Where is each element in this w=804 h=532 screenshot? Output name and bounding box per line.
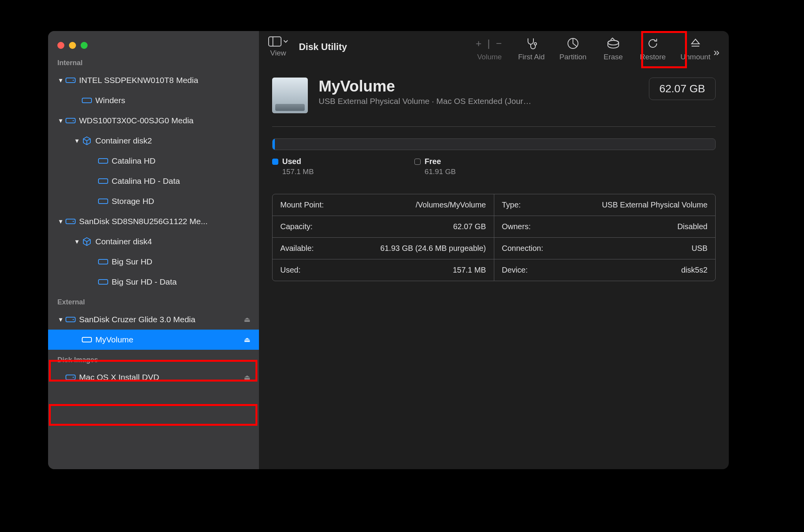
info-value: USB External Physical Volume [602, 200, 707, 209]
diskimage-label: Mac OS X Install DVD [77, 373, 159, 382]
volume-item[interactable]: Winders [48, 90, 259, 111]
section-internal: Internal [48, 53, 259, 70]
app-title: Disk Utility [299, 41, 347, 52]
info-key: Owners: [502, 222, 531, 231]
eject-icon[interactable]: ⏏ [244, 335, 250, 344]
disk-icon [64, 373, 77, 381]
usage-bar [272, 138, 716, 150]
restore-label: Restore [640, 53, 666, 61]
disk-icon [64, 316, 77, 323]
chevron-down-icon [283, 40, 288, 43]
disk-item[interactable]: SanDisk Cruzer Glide 3.0 Media ⏏ [48, 309, 259, 330]
svg-point-12 [534, 43, 537, 45]
disk-label: INTEL SSDPEKNW010T8 Media [77, 76, 198, 85]
pie-icon [567, 36, 579, 50]
svg-point-5 [72, 221, 74, 222]
info-row: Mount Point:/Volumes/MyVolume [273, 194, 494, 216]
volume-item[interactable]: Catalina HD - Data [48, 171, 259, 191]
chevron-down-icon[interactable] [73, 136, 81, 145]
info-key: Capacity: [280, 222, 312, 231]
volume-item[interactable]: Big Sur HD - Data [48, 272, 259, 292]
volume-button: + | − Volume [476, 36, 504, 61]
info-col-right: Type:USB External Physical Volume Owners… [494, 194, 716, 281]
disk-icon [64, 76, 77, 84]
unmount-button[interactable]: Unmount [680, 36, 710, 61]
chevron-down-icon[interactable] [57, 315, 64, 324]
disk-label: SanDisk Cruzer Glide 3.0 Media [77, 315, 195, 324]
info-table: Mount Point:/Volumes/MyVolume Capacity:6… [272, 194, 716, 281]
info-row: Type:USB External Physical Volume [494, 194, 716, 216]
more-icon[interactable]: » [713, 46, 719, 59]
disk-label: WDS100T3X0C-00SJG0 Media [77, 116, 193, 125]
container-icon [81, 136, 93, 145]
sidebar: Internal INTEL SSDPEKNW010T8 Media Winde… [48, 31, 259, 469]
section-diskimages: Disk Images [48, 350, 259, 367]
volume-item-myvolume[interactable]: MyVolume ⏏ [48, 330, 259, 350]
volume-icon [81, 336, 93, 344]
maximize-button[interactable] [81, 42, 88, 49]
swatch-free [414, 159, 421, 165]
eject-icon[interactable]: ⏏ [244, 373, 250, 382]
chevron-down-icon[interactable] [57, 217, 64, 226]
volume-item[interactable]: Storage HD [48, 191, 259, 211]
svg-point-14 [608, 40, 619, 45]
svg-point-9 [72, 377, 74, 378]
info-key: Device: [502, 266, 528, 275]
eject-icon[interactable]: ⏏ [244, 315, 250, 324]
disk-icon [64, 117, 77, 124]
close-button[interactable] [57, 42, 64, 49]
disk-label: SanDisk SD8SN8U256G1122 Me... [77, 217, 208, 226]
container-item[interactable]: Container disk4 [48, 231, 259, 252]
info-key: Available: [280, 244, 314, 253]
chevron-down-icon[interactable] [57, 116, 64, 125]
volume-icon [97, 177, 109, 185]
partition-button[interactable]: Partition [559, 36, 587, 61]
volume-label: MyVolume [93, 335, 133, 344]
chevron-down-icon[interactable] [73, 237, 81, 246]
info-value: USB [692, 244, 707, 253]
info-row: Capacity:62.07 GB [273, 216, 494, 237]
disk-item[interactable]: SanDisk SD8SN8U256G1122 Me... [48, 211, 259, 231]
info-row: Available:61.93 GB (24.6 MB purgeable) [273, 237, 494, 259]
info-row: Device:disk5s2 [494, 259, 716, 281]
info-value: 62.07 GB [453, 222, 486, 231]
info-value: disk5s2 [681, 266, 707, 275]
swatch-used [272, 159, 278, 165]
free-label: Free [424, 157, 441, 166]
erase-button[interactable]: Erase [601, 36, 625, 61]
restore-button[interactable]: Restore [640, 36, 666, 61]
window-controls [48, 36, 259, 53]
svg-rect-10 [269, 37, 281, 46]
volume-item[interactable]: Catalina HD [48, 151, 259, 171]
legend-used: Used 157.1 MB [272, 157, 314, 176]
info-value: 157.1 MB [453, 266, 486, 275]
volume-label: Big Sur HD - Data [109, 277, 177, 287]
volume-label: Winders [93, 96, 125, 105]
first-aid-button[interactable]: First Aid [518, 36, 545, 61]
main-content: View Disk Utility + | − Volume First Aid [259, 31, 729, 469]
info-value: 61.93 GB (24.6 MB purgeable) [380, 244, 486, 253]
disk-icon [64, 218, 77, 225]
container-item[interactable]: Container disk2 [48, 131, 259, 151]
stethoscope-icon [525, 36, 538, 50]
view-button[interactable]: View [268, 36, 288, 57]
disk-item[interactable]: WDS100T3X0C-00SJG0 Media [48, 111, 259, 131]
legend-free: Free 61.91 GB [414, 157, 455, 176]
volume-icon [81, 97, 93, 104]
volume-label: Big Sur HD [109, 257, 152, 266]
info-key: Mount Point: [280, 200, 324, 209]
volume-item[interactable]: Big Sur HD [48, 252, 259, 272]
tree-external: SanDisk Cruzer Glide 3.0 Media ⏏ MyVolum… [48, 309, 259, 350]
volume-icon [97, 197, 109, 205]
info-value: Disabled [677, 222, 707, 231]
volume-label: Catalina HD - Data [109, 176, 180, 186]
divider [272, 126, 716, 127]
view-label: View [270, 49, 286, 57]
diskimage-item[interactable]: Mac OS X Install DVD ⏏ [48, 367, 259, 387]
chevron-down-icon[interactable] [57, 76, 64, 85]
info-key: Connection: [502, 244, 543, 253]
used-label: Used [282, 157, 301, 166]
volume-subtitle: USB External Physical Volume · Mac OS Ex… [319, 97, 531, 106]
minimize-button[interactable] [69, 42, 76, 49]
disk-item[interactable]: INTEL SSDPEKNW010T8 Media [48, 70, 259, 90]
